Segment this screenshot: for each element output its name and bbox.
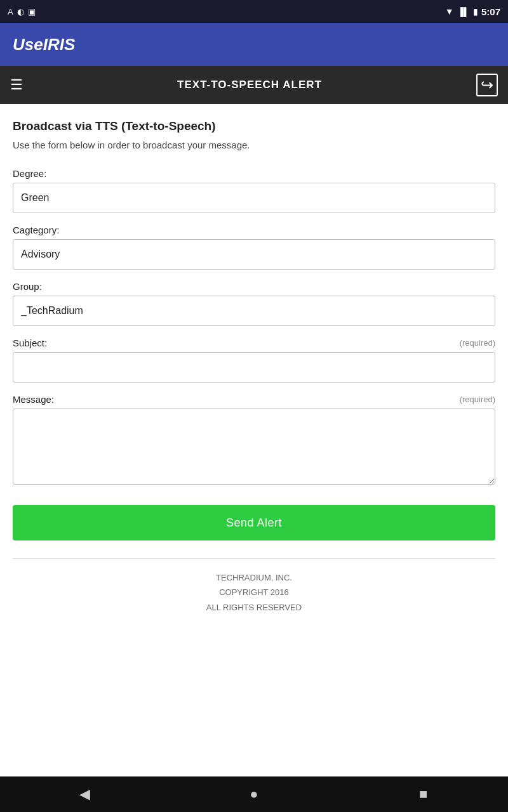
back-icon: ◀ [79,786,90,802]
circle-indicator: ◐ [17,7,24,16]
toolbar-title: TEXT-TO-SPEECH ALERT [23,79,476,91]
wifi-icon: ▼ [445,6,454,16]
toolbar: ☰ TEXT-TO-SPEECH ALERT ↪ [0,66,508,104]
home-icon: ● [250,786,258,802]
page-description: Use the form below in order to broadcast… [13,140,495,150]
message-label-row: Message: (required) [13,394,495,405]
signal-icon: ▐▌ [458,7,469,16]
footer-line2: COPYRIGHT 2016 [13,585,495,599]
app-bar: UseIRIS [0,23,508,66]
nav-recent-button[interactable]: ■ [404,776,443,812]
nav-home-button[interactable]: ● [235,776,273,812]
degree-group: Degree: [13,168,495,213]
degree-label-row: Degree: [13,168,495,179]
menu-icon[interactable]: ☰ [10,77,23,93]
category-group: Cagtegory: [13,225,495,270]
group-label-row: Group: [13,281,495,292]
group-group: Group: [13,281,495,326]
message-input[interactable] [13,409,495,485]
footer-line3: ALL RIGHTS RESERVED [13,600,495,615]
send-alert-button[interactable]: Send Alert [13,505,495,540]
category-input[interactable] [13,239,495,270]
doc-indicator: ▣ [28,7,36,16]
app-indicator-a: A [8,7,13,16]
app-title: UseIRIS [13,35,75,55]
battery-icon: ▮ [473,7,478,16]
footer: TECHRADIUM, INC. COPYRIGHT 2016 ALL RIGH… [13,570,495,634]
footer-divider [13,558,495,559]
status-bar-left: A ◐ ▣ [8,7,36,16]
content-area: Broadcast via TTS (Text-to-Speech) Use t… [0,104,508,776]
group-input[interactable] [13,296,495,326]
subject-label-row: Subject: (required) [13,337,495,348]
message-group: Message: (required) [13,394,495,487]
page-heading: Broadcast via TTS (Text-to-Speech) [13,119,495,133]
category-label: Cagtegory: [13,225,59,235]
footer-line1: TECHRADIUM, INC. [13,570,495,585]
subject-label: Subject: [13,337,47,348]
message-label: Message: [13,394,54,405]
subject-group: Subject: (required) [13,337,495,383]
degree-input[interactable] [13,183,495,213]
group-label: Group: [13,281,42,292]
message-required: (required) [460,395,495,404]
subject-required: (required) [460,338,495,348]
time-display: 5:07 [481,6,500,17]
nav-bar: ◀ ● ■ [0,776,508,812]
category-label-row: Cagtegory: [13,225,495,235]
nav-back-button[interactable]: ◀ [65,776,104,812]
status-bar: A ◐ ▣ ▼ ▐▌ ▮ 5:07 [0,0,508,23]
status-bar-right: ▼ ▐▌ ▮ 5:07 [445,6,500,17]
subject-input[interactable] [13,352,495,383]
recent-icon: ■ [419,786,427,802]
degree-label: Degree: [13,168,46,179]
exit-icon[interactable]: ↪ [476,74,498,96]
